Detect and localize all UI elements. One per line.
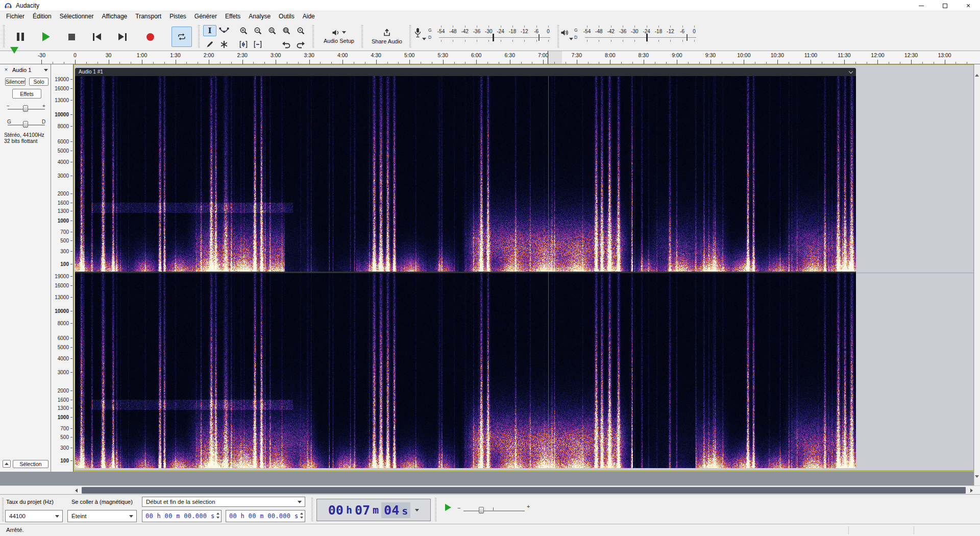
track-menu-caret-icon[interactable]	[44, 69, 48, 71]
playback-meter[interactable]: G D -54-48-42-36-30-24-18-12-60	[560, 25, 700, 44]
pan-slider-thumb[interactable]	[23, 121, 28, 128]
toolbar-grip[interactable]	[361, 25, 363, 47]
record-button[interactable]	[139, 27, 161, 47]
audio-position-display[interactable]: 00 h 07 m 04s	[316, 499, 431, 521]
frequency-ruler[interactable]: 1900016000130001000080006000500040003000…	[51, 64, 74, 472]
menu-item-effets[interactable]: Effets	[221, 11, 244, 21]
zoom-out-button[interactable]	[251, 25, 264, 36]
scroll-left-button[interactable]	[71, 486, 81, 495]
timeline-ruler[interactable]: -300301:001:302:002:303:003:304:004:305:…	[0, 51, 980, 64]
redo-button[interactable]	[294, 39, 307, 50]
fit-selection-button[interactable]	[265, 25, 279, 36]
play-speed-thumb[interactable]	[479, 507, 484, 514]
pause-button[interactable]	[9, 27, 32, 47]
freq-label: 700	[60, 229, 69, 234]
undo-button[interactable]	[280, 39, 293, 50]
trim-audio-button[interactable]	[237, 39, 250, 50]
collapse-track-button[interactable]	[3, 460, 11, 468]
maximize-button[interactable]	[933, 0, 957, 11]
scroll-right-button[interactable]	[967, 486, 976, 495]
play-speed-slider[interactable]	[463, 510, 525, 511]
skip-to-end-button[interactable]	[111, 27, 134, 47]
freq-label: 1300	[58, 405, 69, 410]
toolbar-grip[interactable]	[2, 498, 4, 521]
play-button[interactable]	[35, 27, 57, 47]
minimize-button[interactable]	[910, 0, 933, 11]
clip-menu-caret-icon[interactable]	[849, 69, 853, 74]
selection-tool-button[interactable]: I	[203, 25, 216, 36]
project-rate-combo[interactable]: 44100	[5, 510, 63, 522]
toolbar-grip[interactable]	[311, 498, 313, 521]
selection-start-spinner[interactable]	[216, 513, 219, 519]
effects-label: Effets	[20, 91, 34, 97]
horizontal-scrollbar[interactable]	[0, 485, 980, 494]
toolbar-grip[interactable]	[3, 25, 5, 47]
draw-tool-button[interactable]	[203, 39, 216, 50]
share-audio-button[interactable]: Share Audio	[366, 25, 407, 48]
fit-project-button[interactable]	[280, 25, 293, 36]
meter-scale-tick	[441, 26, 442, 28]
skip-end-bar	[125, 33, 127, 41]
toolbar-grip[interactable]	[435, 498, 436, 521]
menu-item-transport[interactable]: Transport	[131, 11, 165, 21]
timeline-options-button[interactable]	[10, 54, 18, 61]
multi-tool-button[interactable]	[217, 39, 231, 50]
play-at-speed-button[interactable]	[441, 501, 455, 514]
close-button[interactable]: ×	[957, 0, 980, 11]
effects-button[interactable]: Effets	[12, 89, 41, 99]
time-format-caret-icon[interactable]	[415, 509, 419, 511]
menu-item-edition[interactable]: Édition	[29, 11, 56, 21]
envelope-tool-button[interactable]	[217, 25, 231, 36]
timeline-label: 9:00	[672, 52, 682, 58]
timeline-label: 4:00	[337, 52, 348, 58]
silence-audio-button[interactable]	[251, 39, 264, 50]
timeline-tick	[109, 60, 109, 64]
meter-volume-thumb[interactable]	[493, 34, 494, 41]
toolbar-grip[interactable]	[557, 25, 559, 47]
freq-tick	[70, 211, 72, 211]
scroll-up-button[interactable]	[975, 67, 979, 74]
menu-item-pistes[interactable]: Pistes	[165, 11, 190, 21]
vertical-scrollbar[interactable]	[974, 64, 980, 485]
menu-item-analyse[interactable]: Analyse	[244, 11, 275, 21]
track-name[interactable]: Audio 1	[12, 67, 31, 73]
timeline-tick	[677, 60, 677, 64]
audio-setup-button[interactable]: Audio Setup	[318, 25, 359, 48]
menu-item-selectionner[interactable]: Sélectionner	[56, 11, 98, 21]
snap-combo[interactable]: Éteint	[67, 510, 137, 522]
zoom-toggle-button[interactable]	[294, 25, 307, 36]
menu-item-affichage[interactable]: Affichage	[97, 11, 131, 21]
track-close-button[interactable]: ×	[3, 66, 10, 74]
skip-to-start-button[interactable]	[86, 27, 108, 47]
toolbar-grip[interactable]	[409, 25, 411, 47]
selection-end-field[interactable]: 00 h 00 m 00.000 s	[226, 510, 305, 522]
track-content-area[interactable]: Audio 1 #1	[74, 64, 974, 472]
freq-tick	[70, 408, 72, 408]
audio-clip[interactable]: Audio 1 #1	[75, 68, 856, 470]
stop-button[interactable]	[60, 27, 83, 47]
mute-button[interactable]: Silencer	[5, 78, 26, 86]
recording-meter[interactable]: G D -54-48-42-36-30-24-18-12-60	[414, 25, 554, 44]
toolbar-grip[interactable]	[198, 25, 200, 47]
spectrogram-canvas[interactable]	[75, 76, 856, 468]
gain-slider-thumb[interactable]	[23, 105, 28, 112]
solo-button[interactable]: Solo	[29, 78, 48, 86]
toolbar-grip[interactable]	[312, 25, 314, 47]
menu-item-fichier[interactable]: Fichier	[2, 11, 29, 21]
clip-header[interactable]: Audio 1 #1	[75, 68, 856, 76]
meter-volume-thumb[interactable]	[646, 34, 648, 41]
scroll-down-button[interactable]	[975, 478, 979, 485]
track-selection-tool-button[interactable]: Sélection	[13, 460, 48, 468]
selection-range-mode-combo[interactable]: Début et fin de la sélection	[142, 497, 305, 507]
selection-end-spinner[interactable]	[300, 513, 303, 519]
status-divider	[848, 526, 849, 534]
loop-button[interactable]	[172, 27, 192, 47]
menu-item-aide[interactable]: Aide	[299, 11, 319, 21]
horizontal-scrollbar-thumb[interactable]	[82, 487, 966, 494]
menu-item-generer[interactable]: Générer	[190, 11, 221, 21]
zoom-in-button[interactable]	[237, 25, 250, 36]
menu-item-outils[interactable]: Outils	[275, 11, 299, 21]
selection-start-field[interactable]: 00 h 00 m 00.000 s	[142, 510, 222, 522]
fit-project-icon	[282, 27, 291, 35]
freq-tick	[70, 391, 72, 391]
